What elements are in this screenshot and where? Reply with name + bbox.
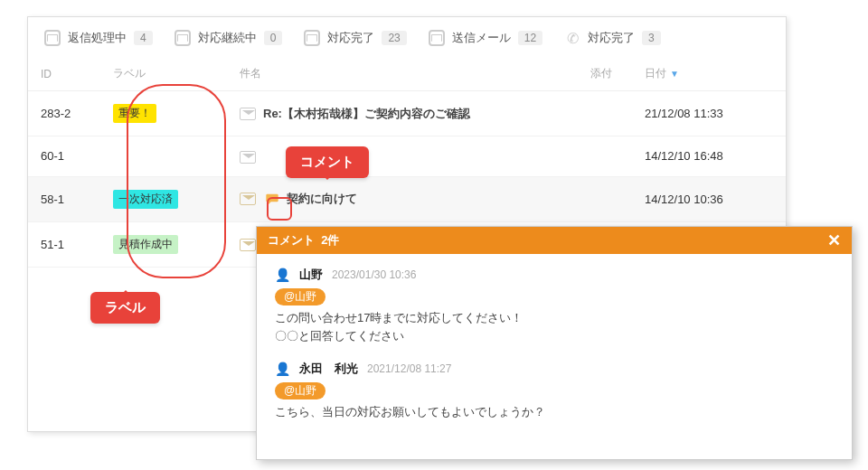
popup-count: 2件 bbox=[321, 232, 339, 249]
label-callout: ラベル bbox=[90, 292, 160, 324]
phone-icon bbox=[564, 30, 580, 46]
comment-timestamp: 2021/12/08 11:27 bbox=[367, 362, 451, 375]
comment-timestamp: 2023/01/30 10:36 bbox=[332, 268, 416, 281]
tab-3[interactable]: 送信メール 12 bbox=[429, 30, 542, 46]
comment-item: 👤 永田 利光 2021/12/08 11:27 @山野 こちら、当日の対応お願… bbox=[275, 361, 834, 421]
tab-0[interactable]: 返信処理中 4 bbox=[44, 30, 153, 46]
mail-icon bbox=[429, 30, 445, 46]
tab-label: 送信メール bbox=[452, 30, 511, 46]
tab-count: 23 bbox=[382, 31, 406, 45]
row-date: 14/12/10 10:36 bbox=[632, 176, 786, 221]
tab-4[interactable]: 対応完了 3 bbox=[564, 30, 661, 46]
tab-count: 3 bbox=[642, 31, 661, 45]
mail-icon bbox=[44, 30, 61, 46]
comment-item: 👤 山野 2023/01/30 10:36 @山野 この問い合わせ17時までに対… bbox=[275, 267, 834, 344]
comment-text: この問い合わせ17時までに対応してください！〇〇と回答してください bbox=[275, 309, 834, 344]
tab-2[interactable]: 対応完了 23 bbox=[304, 30, 406, 46]
tab-count: 0 bbox=[264, 31, 283, 45]
col-attachment[interactable]: 添付 bbox=[578, 57, 632, 91]
mail-icon bbox=[175, 30, 191, 46]
tab-label: 対応完了 bbox=[588, 30, 635, 46]
row-subject: Re:【木村拓哉様】ご契約内容のご確認 bbox=[263, 107, 470, 120]
comment-mention: @山野 bbox=[275, 288, 326, 306]
col-id[interactable]: ID bbox=[28, 57, 100, 91]
label-column-highlight bbox=[127, 84, 226, 278]
row-date: 14/12/10 16:48 bbox=[632, 136, 786, 177]
tab-count: 12 bbox=[518, 31, 542, 45]
status-tabs: 返信処理中 4 対応継続中 0 対応完了 23 送信メール 12 対応完了 3 bbox=[28, 26, 786, 57]
comment-author: 永田 利光 bbox=[299, 361, 358, 377]
comment-author: 山野 bbox=[299, 267, 323, 283]
row-subject: 契約に向けて bbox=[287, 192, 357, 205]
tab-label: 返信処理中 bbox=[68, 30, 127, 46]
envelope-icon bbox=[240, 108, 256, 120]
envelope-icon bbox=[240, 151, 256, 164]
envelope-icon bbox=[240, 239, 256, 251]
tab-1[interactable]: 対応継続中 0 bbox=[175, 30, 283, 46]
row-id: 60-1 bbox=[28, 136, 100, 177]
row-id: 283-2 bbox=[28, 91, 100, 136]
comment-icon-highlight bbox=[267, 197, 292, 221]
row-id: 58-1 bbox=[28, 176, 100, 221]
comment-text: こちら、当日の対応お願いしてもよいでしょうか？ bbox=[275, 403, 834, 421]
comment-popup: コメント 2件 ✕ 👤 山野 2023/01/30 10:36 @山野 この問い… bbox=[256, 226, 853, 460]
envelope-icon bbox=[240, 193, 256, 205]
sort-desc-icon: ▼ bbox=[670, 69, 679, 79]
comment-mention: @山野 bbox=[275, 382, 326, 400]
mail-icon bbox=[304, 30, 320, 46]
tab-label: 対応継続中 bbox=[198, 30, 257, 46]
row-id: 51-1 bbox=[28, 221, 100, 267]
comment-callout: コメント bbox=[286, 146, 369, 178]
person-icon: 👤 bbox=[275, 268, 290, 282]
popup-title: コメント bbox=[268, 232, 315, 249]
row-date: 21/12/08 11:33 bbox=[632, 91, 786, 136]
tab-count: 4 bbox=[134, 31, 153, 45]
comment-popup-header: コメント 2件 ✕ bbox=[257, 227, 852, 254]
col-date[interactable]: 日付▼ bbox=[632, 57, 786, 91]
person-icon: 👤 bbox=[275, 362, 290, 376]
col-subject[interactable]: 件名 bbox=[227, 57, 578, 91]
close-icon[interactable]: ✕ bbox=[827, 232, 841, 249]
tab-label: 対応完了 bbox=[327, 30, 374, 46]
